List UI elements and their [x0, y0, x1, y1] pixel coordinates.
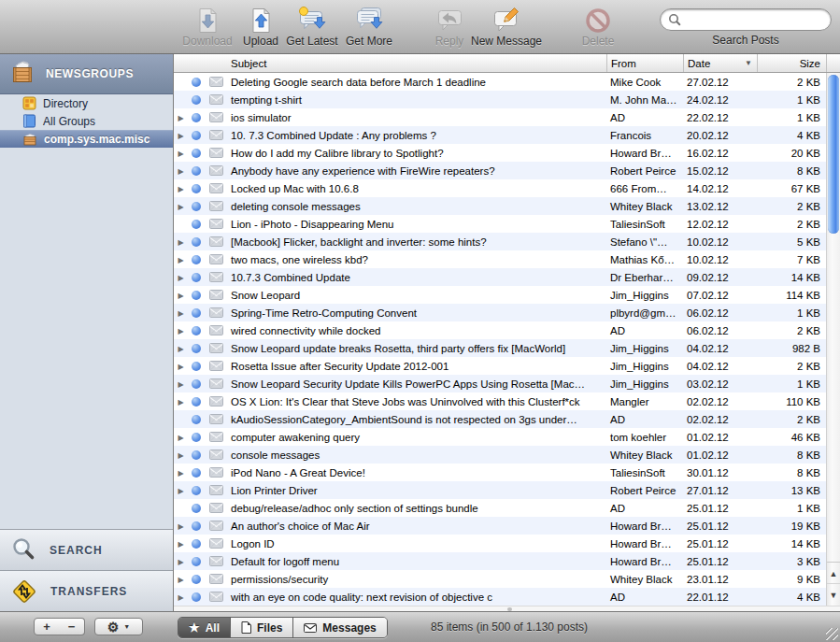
column-header-size[interactable]: Size — [757, 54, 826, 72]
date-cell: 01.02.12 — [683, 449, 757, 461]
table-row[interactable]: ▶Rosetta Issue after Security Update 201… — [174, 357, 826, 375]
scroll-up-arrow-icon[interactable]: ▲ — [827, 562, 840, 584]
table-row[interactable]: ▶Snow LeopardJim_Higgins07.02.12114 KB — [174, 286, 826, 304]
vertical-scrollbar[interactable]: ▲ ▼ — [826, 73, 840, 606]
transfers-section-header[interactable]: TRANSFERS — [0, 570, 173, 612]
table-row[interactable]: ▶computer awakening querytom koehler01.0… — [174, 428, 826, 446]
column-header-from[interactable]: From — [606, 54, 683, 72]
disclosure-triangle-icon[interactable]: ▶ — [174, 291, 188, 300]
table-row[interactable]: ▶with an eye on code quality: next revis… — [174, 588, 826, 606]
table-row[interactable]: ▶iPod Nano - A Great Device!TaliesinSoft… — [174, 464, 826, 481]
table-row[interactable]: ▶Spring-Time Retro-Computing Conventplby… — [174, 304, 826, 321]
from-cell: Howard Br… — [606, 148, 683, 159]
message-envelope-icon — [205, 396, 227, 407]
disclosure-triangle-icon[interactable]: ▶ — [174, 326, 188, 335]
get-more-icon — [354, 5, 384, 34]
disclosure-triangle-icon[interactable]: ▶ — [174, 486, 188, 495]
table-row[interactable]: tempting t-shirtM. John Ma…24.02.121 KB — [174, 91, 826, 108]
table-row[interactable]: ▶Logon IDHoward Br…25.01.1214 KB — [174, 535, 826, 552]
scrollbar-thumb[interactable] — [828, 75, 839, 234]
disclosure-triangle-icon[interactable]: ▶ — [174, 202, 188, 211]
table-row[interactable]: ▶Anybody have any experience with FireWi… — [174, 162, 826, 179]
filter-files-segment[interactable]: Files — [231, 618, 293, 637]
column-header-subject[interactable]: Subject — [227, 54, 606, 72]
table-row[interactable]: ▶Snow Leopard update breaks Rosetta, thi… — [174, 339, 826, 357]
size-cell: 8 KB — [757, 449, 826, 461]
disclosure-triangle-icon[interactable]: ▶ — [174, 539, 188, 549]
add-button[interactable]: + — [34, 618, 60, 635]
disclosure-triangle-icon[interactable]: ▶ — [174, 184, 188, 193]
disclosure-triangle-icon[interactable]: ▶ — [174, 468, 188, 478]
sidebar-item-label: All Groups — [43, 115, 95, 128]
get-more-button[interactable]: Get More — [336, 5, 402, 48]
unread-dot-icon — [188, 592, 205, 602]
table-row[interactable]: ▶Locked up Mac with 10.6.8666 From…14.02… — [174, 179, 826, 197]
table-row[interactable]: ▶deleting console messagesWhitey Black13… — [174, 197, 826, 215]
disclosure-triangle-icon[interactable]: ▶ — [174, 113, 188, 122]
search-section-header[interactable]: SEARCH — [0, 529, 173, 570]
table-row[interactable]: Deleting Google search data before March… — [174, 73, 826, 91]
action-gear-button[interactable]: ⚙ ▼ — [94, 618, 143, 635]
search-posts-input[interactable] — [685, 12, 823, 27]
table-row[interactable]: ▶An author's choice of Mac AirHoward Br…… — [174, 517, 826, 535]
upload-button-label: Upload — [243, 35, 278, 48]
unread-dot-icon — [188, 415, 205, 424]
scroll-down-arrow-icon[interactable]: ▼ — [827, 583, 840, 606]
disclosure-triangle-icon[interactable]: ▶ — [174, 592, 188, 602]
disclosure-triangle-icon[interactable]: ▶ — [174, 521, 188, 531]
sidebar-item-directory[interactable]: Directory — [0, 94, 173, 112]
message-envelope-icon — [205, 254, 227, 264]
disclosure-triangle-icon[interactable]: ▶ — [174, 575, 188, 584]
disclosure-triangle-icon[interactable]: ▶ — [174, 237, 188, 247]
from-cell: Robert Peirce — [606, 165, 683, 177]
disclosure-triangle-icon[interactable]: ▶ — [174, 344, 188, 353]
table-row[interactable]: ▶ios simulatorAD22.02.121 KB — [174, 108, 826, 126]
column-header-date[interactable]: Date ▼ — [683, 54, 757, 72]
disclosure-triangle-icon[interactable]: ▶ — [174, 433, 188, 442]
table-row[interactable]: Lion - iPhoto - Disappearing MenuTaliesi… — [174, 215, 826, 233]
table-row[interactable]: ▶10. 7.3 Combined Update : Any problems … — [174, 126, 826, 144]
disclosure-triangle-icon[interactable]: ▶ — [174, 131, 188, 140]
table-row[interactable]: kAudioSessionCategory_AmbientSound is no… — [174, 410, 826, 428]
table-row[interactable]: ▶10.7.3 Combined UpdateDr Eberhar…09.02.… — [174, 268, 826, 286]
get-more-button-label: Get More — [346, 35, 392, 48]
table-row[interactable]: ▶permissions/securityWhitey Black23.01.1… — [174, 570, 826, 588]
size-cell: 1 KB — [757, 378, 826, 390]
disclosure-triangle-icon[interactable]: ▶ — [174, 557, 188, 566]
table-row[interactable]: ▶Snow Leopard Security Update Kills Powe… — [174, 375, 826, 392]
table-row[interactable]: ▶two macs, one wireless kbd?Mathias Kő…1… — [174, 250, 826, 268]
disclosure-triangle-icon[interactable]: ▶ — [174, 450, 188, 460]
subject-cell: with an eye on code quality: next revisi… — [227, 592, 606, 603]
disclosure-triangle-icon[interactable]: ▶ — [174, 273, 188, 282]
table-row[interactable]: ▶[Macbook] Flicker, backlight and invert… — [174, 233, 826, 250]
disclosure-triangle-icon[interactable]: ▶ — [174, 397, 188, 407]
search-posts-field[interactable] — [660, 8, 832, 31]
disclosure-triangle-icon[interactable]: ▶ — [174, 166, 188, 176]
table-row[interactable]: ▶OS X Lion: It's Clear that Steve Jobs w… — [174, 392, 826, 410]
disclosure-triangle-icon[interactable]: ▶ — [174, 362, 188, 371]
table-row[interactable]: ▶console messagesWhitey Black01.02.128 K… — [174, 446, 826, 464]
table-row[interactable]: ▶Lion Printer DriverRobert Peirce27.01.1… — [174, 481, 826, 499]
from-cell: Francois — [606, 130, 683, 141]
size-cell: 1 KB — [757, 503, 826, 514]
message-envelope-icon — [205, 361, 227, 371]
table-row[interactable]: debug/release/adhoc only section of sett… — [174, 499, 826, 517]
transfers-icon — [11, 578, 37, 605]
filter-all-segment[interactable]: ★ All — [178, 618, 231, 637]
disclosure-triangle-icon[interactable]: ▶ — [174, 255, 188, 264]
newsgroups-section-header[interactable]: NEWSGROUPS — [0, 54, 173, 94]
table-row[interactable]: ▶How do I add my Calibre library to Spot… — [174, 144, 826, 162]
disclosure-triangle-icon[interactable]: ▶ — [174, 149, 188, 158]
filter-messages-segment[interactable]: Messages — [293, 618, 386, 637]
table-row[interactable]: ▶Default for logoff menuHoward Br…25.01.… — [174, 552, 826, 570]
disclosure-triangle-icon[interactable]: ▶ — [174, 308, 188, 318]
window-resize-grip[interactable] — [826, 628, 838, 640]
from-cell: Jim_Higgins — [606, 378, 683, 390]
sidebar-item-comp-sys-mac-misc[interactable]: comp.sys.mac.misc — [0, 130, 173, 148]
get-latest-button[interactable]: Get Latest — [279, 5, 345, 48]
remove-button[interactable]: − — [59, 618, 85, 635]
table-row[interactable]: ▶wired connectivity while dockedAD06.02.… — [174, 321, 826, 339]
disclosure-triangle-icon[interactable]: ▶ — [174, 379, 188, 389]
new-message-button[interactable]: New Message — [464, 5, 548, 48]
sidebar-item-all-groups[interactable]: All Groups — [0, 112, 173, 130]
